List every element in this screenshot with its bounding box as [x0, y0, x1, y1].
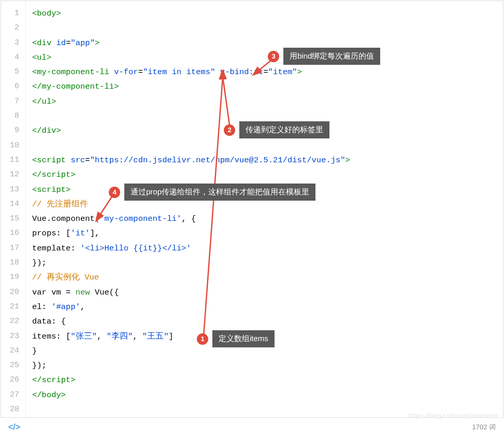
line-number: 28: [1, 402, 25, 417]
annotation-badge: 1: [197, 333, 208, 345]
line-number: 12: [1, 167, 25, 182]
annotation-badge: 4: [109, 187, 120, 198]
annotation-badge: 3: [268, 51, 279, 62]
line-number: 11: [1, 153, 25, 167]
annotation-callout: 用bind绑定每次遍历的值: [283, 48, 380, 65]
line-number: 13: [1, 183, 25, 197]
line-number: 10: [1, 138, 25, 153]
line-number: 20: [1, 285, 25, 300]
line-number: 16: [1, 226, 25, 241]
line-number: 24: [1, 344, 25, 358]
annotation-3: 3 用bind绑定每次遍历的值: [268, 48, 380, 65]
annotation-callout: 传递到定义好的标签里: [239, 121, 329, 138]
code-editor-panel: 1 2 3 4 5 6 7 8 9 10 11 12 13 14 15 16 1…: [1, 1, 503, 418]
line-number: 8: [1, 109, 25, 123]
code-token: <div: [32, 38, 51, 48]
line-number: 5: [1, 65, 25, 79]
line-number: 23: [1, 329, 25, 344]
watermark-text: https://blog.csdn.net/abairlove: [408, 412, 498, 419]
annotation-callout: 通过prop传递给组件，这样组件才能把值用在模板里: [124, 184, 315, 201]
line-number: 26: [1, 373, 25, 387]
line-number: 14: [1, 197, 25, 212]
line-number: 18: [1, 256, 25, 270]
line-number: 27: [1, 388, 25, 402]
word-count: 1702 词: [472, 423, 496, 432]
code-toggle-icon[interactable]: </>: [8, 423, 20, 432]
code-token: <body>: [32, 9, 61, 18]
annotation-1: 1 定义数组items: [197, 330, 275, 347]
line-number: 1: [1, 6, 25, 21]
annotation-2: 2 传递到定义好的标签里: [224, 121, 329, 138]
line-number: 17: [1, 241, 25, 256]
line-number: 15: [1, 212, 25, 226]
code-token: <ul>: [32, 53, 51, 62]
editor-footer: </> 1702 词: [0, 419, 504, 435]
line-number: 3: [1, 36, 25, 50]
line-number: 25: [1, 358, 25, 373]
annotation-callout: 定义数组items: [212, 330, 275, 347]
line-number: 21: [1, 300, 25, 314]
code-content[interactable]: <body> <div id="app"> <ul> <my-component…: [32, 6, 503, 423]
line-number: 4: [1, 50, 25, 65]
line-number: 6: [1, 79, 25, 94]
line-number: 9: [1, 123, 25, 138]
line-number: 2: [1, 21, 25, 35]
line-number: 7: [1, 94, 25, 109]
line-number: 19: [1, 270, 25, 285]
annotation-4: 4 通过prop传递给组件，这样组件才能把值用在模板里: [109, 184, 315, 201]
line-number: 22: [1, 314, 25, 329]
line-number-gutter: 1 2 3 4 5 6 7 8 9 10 11 12 13 14 15 16 1…: [1, 1, 26, 417]
annotation-badge: 2: [224, 124, 235, 136]
